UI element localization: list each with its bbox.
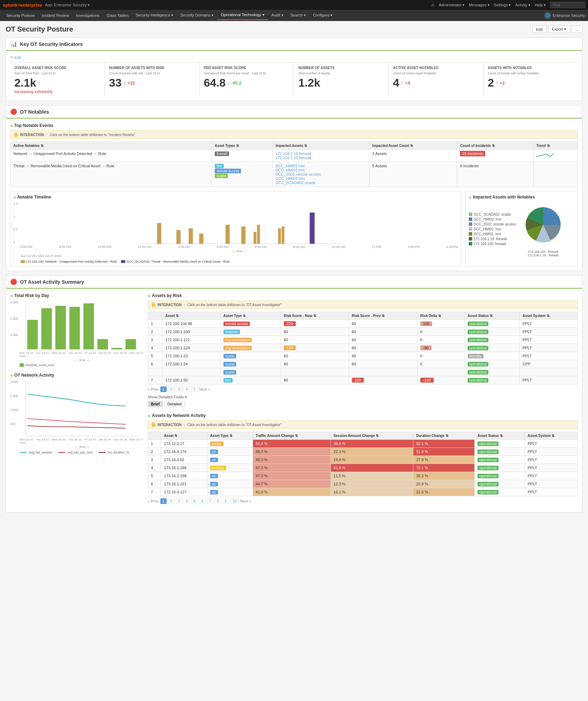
help-menu[interactable]: Help ▾	[535, 3, 546, 7]
table-row[interactable]: 2 172.100.1.100 historian 60 60 0 operat…	[148, 328, 578, 336]
table-row[interactable]: 2 172.16.4.174 plc 48.7 % 22.3 % 51.8 % …	[148, 448, 578, 456]
net-asset-link[interactable]: 173.16.2.198	[161, 472, 207, 480]
notable-link-2[interactable]: Threat → Removable Media Used on Critica…	[11, 162, 212, 187]
table-row[interactable]: 5 172.100.1.23 scada 60 60 0 standby PPL…	[148, 352, 578, 360]
field-buttons: Brief Detailed	[148, 401, 578, 407]
nav-operational-technology[interactable]: Operational Technology ▾	[217, 11, 268, 20]
network-activity-label: OT Network Activity	[14, 373, 54, 378]
table-row[interactable]: Threat → Removable Media Used on Critica…	[11, 162, 578, 187]
impacted-asset-link5[interactable]: DCC_JS01:remote access	[275, 172, 366, 176]
impacted-asset-link3[interactable]: DCC_HMI01:hmi	[275, 164, 366, 168]
nav-investigations[interactable]: Investigations	[72, 11, 103, 20]
net-type-tag: plc	[210, 474, 218, 478]
net-page-4[interactable]: 4	[183, 498, 190, 504]
table-row[interactable]: 3 172.100.1.121 eng workstation 60 60 0 …	[148, 336, 578, 344]
net-asset-link[interactable]: 173.12.0.27	[161, 440, 207, 448]
impacted-asset-link2[interactable]: 172.104.1.20:firewall	[275, 156, 366, 160]
duration-cell: 52.1 %	[413, 440, 475, 448]
table-row[interactable]: 3 173.16.0.62 plc 48.3 % 19.8 % 37.9 % o…	[148, 456, 578, 464]
activity-menu[interactable]: Activity ▾	[515, 3, 530, 7]
settings-menu[interactable]: Settings ▾	[494, 3, 511, 7]
system-cell: PPLT	[520, 376, 578, 384]
net-page-10[interactable]: 10	[230, 498, 239, 504]
table-row[interactable]: 1 173.12.0.27 printer 50.4 % 39.6 % 52.1…	[148, 440, 578, 448]
table-row[interactable]: 4 173.16.1.166 desktop 47.3 % 41.8 % 72.…	[148, 464, 578, 472]
table-row[interactable]: 1 172.100.104.98 remote access 220 60 16…	[148, 320, 578, 328]
net-asset-link[interactable]: 173.16.1.221	[161, 480, 207, 488]
net-next-label[interactable]: Next »	[240, 499, 251, 503]
more-button[interactable]: ...	[572, 26, 582, 33]
table-row[interactable]: 5 173.16.2.198 plc 47.3 % 11.5 % 38.3 % …	[148, 472, 578, 480]
status-badge: operational	[468, 362, 488, 366]
table-row[interactable]: scada operational	[148, 368, 578, 376]
net-page-9[interactable]: 9	[222, 498, 229, 504]
nav-incident-review[interactable]: Incident Review	[38, 11, 73, 20]
table-row[interactable]: Network → Unapproved Port Activity Detec…	[11, 150, 578, 162]
nav-configure[interactable]: Configure ▾	[309, 11, 336, 20]
type-tag: scada	[223, 354, 236, 358]
page-1[interactable]: 1	[160, 386, 167, 392]
table-row[interactable]: 4 172.100.1.124 eng workstation 140 60 -…	[148, 344, 578, 352]
asset-link	[162, 368, 220, 376]
asset-link[interactable]: 172.100.1.50	[162, 376, 220, 384]
table-row[interactable]: 6 172.100.1.24 scada 60 60 0 operational…	[148, 360, 578, 368]
risk-time-label: — _time —	[20, 358, 143, 362]
net-asset-link[interactable]: 172.16.4.174	[161, 448, 207, 456]
messages-menu[interactable]: Messages ▾	[469, 3, 489, 7]
asset-link[interactable]: 172.100.1.100	[162, 328, 220, 336]
page-4[interactable]: 4	[183, 386, 190, 392]
detailed-button[interactable]: Detailed	[164, 401, 185, 407]
net-page-7[interactable]: 7	[207, 498, 213, 504]
asset-link[interactable]: 172.100.1.24	[162, 360, 220, 368]
net-asset-link[interactable]: 173.16.1.166	[161, 464, 207, 472]
top-bar-right: ⚠ Administrator ▾ Messages ▾ Settings ▾ …	[431, 2, 585, 8]
duration-cell: 32.6 %	[413, 488, 475, 496]
edit-link[interactable]: ✏ Edit	[10, 55, 578, 60]
net-page-3[interactable]: 3	[176, 498, 182, 504]
edit-button[interactable]: Edit	[532, 26, 547, 33]
nav-security-intelligence[interactable]: Security Intelligence ▾	[132, 11, 177, 20]
assets-by-network-subsection: » Assets by Network Activity 🖐 INTERACTI…	[148, 413, 578, 504]
next-label[interactable]: Next »	[199, 387, 210, 391]
brief-button[interactable]: Brief	[148, 401, 163, 407]
impacted-asset-link6[interactable]: GCC_HMI02:hmi	[275, 176, 366, 181]
nav-search[interactable]: Search ▾	[287, 11, 309, 20]
impacted-asset-link4[interactable]: DCC_HMI02:hmi	[275, 168, 366, 172]
net-page-8[interactable]: 8	[215, 498, 221, 504]
asset-link[interactable]: 172.100.1.23	[162, 352, 220, 360]
impacted-asset-link7[interactable]: GCC_SCADA02:scada	[275, 181, 366, 185]
net-page-2[interactable]: 2	[168, 498, 174, 504]
impacted-asset-link[interactable]: 172.104.1.18:firewall	[275, 151, 366, 156]
nav-security-domains[interactable]: Security Domains ▾	[177, 11, 217, 20]
pie-legend-item-1: GCC_SCADA02: scada	[469, 213, 516, 216]
app-name[interactable]: App: Enterprise Security ▾	[45, 3, 90, 7]
nav-glass-tables[interactable]: Glass Tables	[103, 11, 132, 20]
net-status-badge: operational	[477, 450, 498, 454]
net-asset-link[interactable]: 172.16.4.127	[161, 488, 207, 496]
delta-badge: 160	[420, 321, 432, 326]
nav-security-posture[interactable]: Security Posture	[3, 11, 38, 20]
svg-rect-15	[27, 320, 38, 349]
table-row[interactable]: 7 172.100.1.50 hmi 60 220 -160 operation…	[148, 376, 578, 384]
page-2[interactable]: 2	[168, 386, 174, 392]
net-page-5[interactable]: 5	[191, 498, 198, 504]
net-asset-link[interactable]: 173.16.0.62	[161, 456, 207, 464]
table-row[interactable]: 7 172.16.4.127 plc 41.9 % 16.1 % 32.6 % …	[148, 488, 578, 496]
net-page-6[interactable]: 6	[199, 498, 205, 504]
table-row[interactable]: 6 173.16.1.221 plc 44.7 % 12.3 % 20.9 % …	[148, 480, 578, 488]
asset-link[interactable]: 172.100.1.124	[162, 344, 220, 352]
notables-icon: 🔴	[10, 108, 17, 115]
asset-link[interactable]: 172.100.1.121	[162, 336, 220, 344]
net-page-1[interactable]: 1	[160, 498, 167, 504]
notable-link-1[interactable]: Network → Unapproved Port Activity Detec…	[11, 150, 212, 162]
legend-text-6: 172.104.1.18: firewall	[474, 237, 507, 241]
nav-audit[interactable]: Audit ▾	[268, 11, 287, 20]
page-3[interactable]: 3	[176, 386, 182, 392]
page-5[interactable]: 5	[191, 386, 198, 392]
find-input[interactable]	[550, 2, 585, 8]
export-button[interactable]: Export ▾	[548, 26, 570, 33]
risk-delta-cell: 0	[417, 328, 465, 336]
session-cell: 41.8 %	[330, 464, 413, 472]
admin-menu[interactable]: Administrator ▾	[439, 3, 465, 7]
asset-link[interactable]: 172.100.104.98	[162, 320, 220, 328]
